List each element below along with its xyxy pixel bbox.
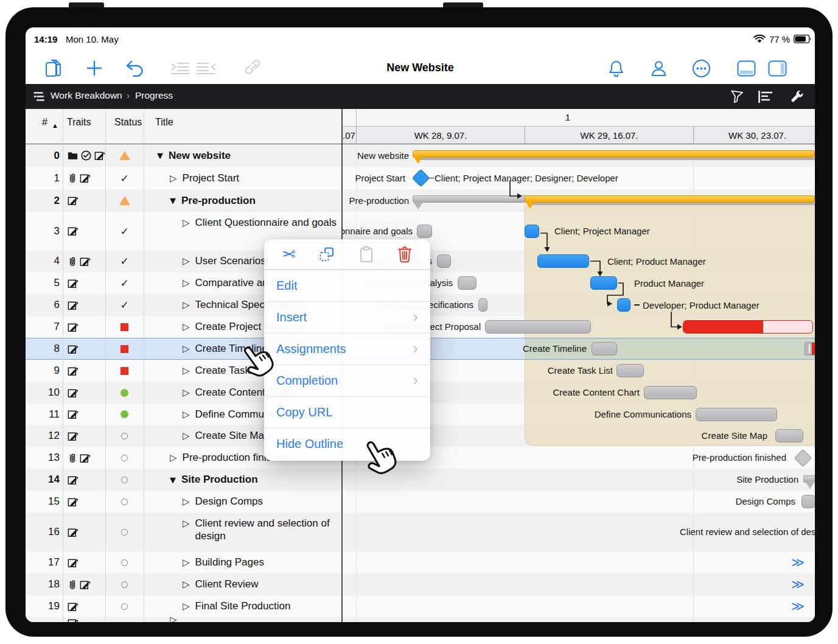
task-bar[interactable] bbox=[525, 225, 539, 238]
menu-item-copy-url[interactable]: Copy URL› bbox=[264, 396, 430, 428]
row-title[interactable]: ▼Site Production bbox=[170, 469, 339, 491]
col-header-traits[interactable]: Traits bbox=[67, 117, 91, 128]
col-header-status[interactable]: Status bbox=[114, 117, 142, 128]
row-title[interactable]: ▼New website bbox=[157, 144, 339, 167]
task-bar-overdue[interactable] bbox=[683, 320, 813, 334]
cut-icon[interactable]: ✂ bbox=[282, 245, 296, 264]
row-title[interactable]: ▼Pre-production bbox=[170, 189, 339, 212]
outline-levels-icon[interactable] bbox=[757, 88, 774, 105]
disclosure-collapsed-icon[interactable]: ▷ bbox=[183, 430, 190, 441]
row-title[interactable]: ▷Building Pages bbox=[183, 551, 339, 573]
task-bar-unscheduled[interactable] bbox=[775, 429, 803, 443]
submenu-chevron-icon: › bbox=[413, 309, 418, 324]
task-bar[interactable] bbox=[590, 276, 617, 290]
row-number: 0 bbox=[26, 144, 60, 167]
copy-icon[interactable] bbox=[318, 246, 335, 263]
task-title: Site Production bbox=[181, 473, 258, 486]
note-icon bbox=[67, 430, 79, 442]
offscreen-task-indicator[interactable]: ≫ bbox=[791, 595, 805, 617]
row-title[interactable]: ▷Client Review bbox=[183, 573, 339, 595]
filter-icon[interactable] bbox=[728, 88, 745, 105]
notifications-bell-icon[interactable] bbox=[606, 58, 626, 79]
row-number: 4 bbox=[26, 250, 60, 272]
disclosure-collapsed-icon[interactable]: ▷ bbox=[183, 299, 190, 310]
outline-view-icon[interactable] bbox=[32, 88, 49, 105]
menu-item-assignments[interactable]: Assignments› bbox=[264, 333, 430, 365]
task-bar-unscheduled[interactable] bbox=[485, 320, 591, 334]
disclosure-expanded-icon[interactable]: ▼ bbox=[170, 196, 176, 205]
right-panel-icon[interactable] bbox=[767, 58, 787, 79]
offscreen-task-indicator[interactable]: ≫ bbox=[791, 573, 805, 595]
summary-start-cap bbox=[805, 481, 815, 489]
disclosure-collapsed-icon[interactable]: ▷ bbox=[183, 557, 190, 568]
row-title[interactable]: ▷ bbox=[170, 617, 339, 622]
row-title[interactable]: ▷Design Comps bbox=[183, 491, 339, 513]
breadcrumb-view[interactable]: Work Breakdown bbox=[51, 90, 122, 101]
row-number: 6 bbox=[26, 294, 60, 316]
disclosure-collapsed-icon[interactable]: ▷ bbox=[183, 496, 190, 507]
task-bar-unscheduled[interactable] bbox=[696, 408, 777, 421]
gantt-task-label: Create Site Map bbox=[524, 425, 767, 447]
disclosure-expanded-icon[interactable]: ▼ bbox=[170, 475, 176, 485]
task-bar[interactable] bbox=[537, 254, 589, 268]
disclosure-collapsed-icon[interactable]: ▷ bbox=[183, 601, 190, 612]
task-bar-partial[interactable] bbox=[805, 342, 815, 355]
note-icon bbox=[79, 256, 91, 267]
offscreen-task-indicator[interactable]: ≫ bbox=[791, 551, 805, 573]
disclosure-collapsed-icon[interactable]: ▷ bbox=[170, 617, 177, 622]
menu-item-edit[interactable]: Edit› bbox=[264, 270, 430, 301]
gantt-row[interactable] bbox=[343, 595, 815, 617]
breadcrumb-sub[interactable]: Progress bbox=[135, 90, 173, 101]
disclosure-collapsed-icon[interactable]: ▷ bbox=[170, 452, 177, 463]
frag-tick bbox=[809, 345, 810, 353]
context-menu-actions: ✂ bbox=[264, 239, 430, 270]
task-bar-unscheduled[interactable] bbox=[592, 342, 617, 355]
menu-item-completion[interactable]: Completion› bbox=[264, 365, 430, 396]
row-traits bbox=[67, 294, 79, 316]
summary-bar-baseline[interactable] bbox=[413, 195, 534, 203]
disclosure-collapsed-icon[interactable]: ▷ bbox=[183, 256, 190, 267]
task-bar-unscheduled[interactable] bbox=[616, 364, 644, 377]
disclosure-expanded-icon[interactable]: ▼ bbox=[157, 151, 163, 160]
summary-start-cap bbox=[413, 156, 423, 164]
disclosure-collapsed-icon[interactable]: ▷ bbox=[183, 387, 190, 398]
task-bar[interactable] bbox=[617, 298, 630, 312]
disclosure-collapsed-icon[interactable]: ▷ bbox=[183, 343, 190, 354]
disclosure-collapsed-icon[interactable]: ▷ bbox=[183, 409, 190, 420]
disclosure-collapsed-icon[interactable]: ▷ bbox=[183, 321, 190, 332]
row-traits bbox=[67, 212, 79, 250]
col-header-number[interactable]: # bbox=[42, 117, 47, 128]
assignment-label: Client; Project Manager bbox=[554, 212, 650, 250]
task-bar-unscheduled[interactable] bbox=[478, 298, 487, 312]
summary-bar[interactable] bbox=[413, 150, 815, 158]
disclosure-collapsed-icon[interactable]: ▷ bbox=[170, 173, 177, 184]
more-ellipsis-icon[interactable] bbox=[691, 58, 711, 79]
task-bar-unscheduled[interactable] bbox=[437, 254, 451, 268]
delete-trash-icon[interactable] bbox=[397, 245, 413, 263]
settings-wrench-icon[interactable] bbox=[789, 88, 806, 105]
user-icon[interactable] bbox=[648, 58, 669, 79]
menu-item-hide-outline[interactable]: Hide Outline› bbox=[264, 428, 430, 460]
col-header-title[interactable]: Title bbox=[155, 117, 173, 128]
disclosure-collapsed-icon[interactable]: ▷ bbox=[183, 365, 190, 376]
task-bar-unscheduled[interactable] bbox=[801, 495, 815, 508]
toolbar: New Website bbox=[26, 53, 815, 84]
row-title[interactable]: ▷Project Start bbox=[170, 167, 339, 189]
menu-item-insert[interactable]: Insert› bbox=[264, 301, 430, 333]
summary-bar[interactable] bbox=[525, 195, 815, 203]
row-title[interactable]: ▷Final Site Production bbox=[183, 595, 339, 617]
task-bar-unscheduled[interactable] bbox=[417, 225, 432, 238]
disclosure-collapsed-icon[interactable]: ▷ bbox=[183, 217, 190, 228]
gantt-row[interactable] bbox=[343, 551, 815, 573]
bottom-panel-icon[interactable] bbox=[736, 58, 756, 79]
disclosure-collapsed-icon[interactable]: ▷ bbox=[183, 579, 190, 590]
column-line bbox=[144, 144, 144, 622]
gantt-row[interactable] bbox=[343, 573, 815, 595]
row-status bbox=[105, 425, 144, 447]
row-title[interactable]: ▷Client review and selection of design bbox=[183, 513, 339, 551]
task-bar-unscheduled[interactable] bbox=[644, 386, 697, 399]
disclosure-collapsed-icon[interactable]: ▷ bbox=[183, 278, 190, 289]
gantt-row[interactable] bbox=[343, 617, 815, 622]
disclosure-collapsed-icon[interactable]: ▷ bbox=[183, 518, 190, 529]
task-bar-unscheduled[interactable] bbox=[458, 276, 477, 290]
